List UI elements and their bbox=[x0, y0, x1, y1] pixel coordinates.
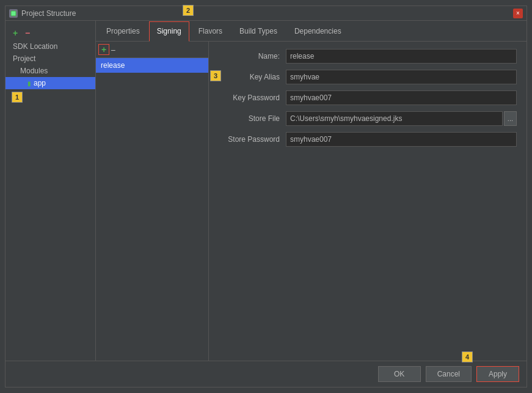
tab-build-types-label: Build Types bbox=[239, 27, 277, 35]
footer: OK Cancel Apply bbox=[5, 361, 527, 387]
badge-3: 3 bbox=[210, 70, 221, 81]
project-structure-window: 1 2 3 4 Project Structure × + − SDK Loca… bbox=[5, 6, 527, 387]
store-file-row-inner: ... bbox=[286, 111, 517, 126]
remove-signing-button[interactable]: − bbox=[111, 46, 115, 54]
tab-properties-label: Properties bbox=[106, 27, 140, 35]
titlebar: Project Structure × bbox=[5, 6, 527, 21]
tabs-bar: Properties Signing Flavors Build Types D… bbox=[96, 21, 527, 42]
main-content: + − SDK Location Project Modules ▮ app P bbox=[5, 21, 527, 361]
apply-button[interactable]: Apply bbox=[476, 366, 519, 382]
remove-sidebar-button[interactable]: − bbox=[23, 28, 32, 38]
tab-flavors[interactable]: Flavors bbox=[191, 21, 230, 41]
signing-list-toolbar: + − bbox=[96, 42, 208, 58]
store-password-row: Store Password bbox=[219, 132, 517, 147]
badge-4: 4 bbox=[462, 351, 473, 362]
sidebar-toolbar: + − bbox=[5, 26, 95, 40]
sidebar-item-sdk-location[interactable]: SDK Location bbox=[5, 40, 95, 53]
key-alias-input[interactable] bbox=[286, 70, 517, 84]
name-label: Name: bbox=[219, 52, 286, 61]
sdk-location-label: SDK Location bbox=[13, 42, 57, 51]
add-sidebar-button[interactable]: + bbox=[10, 28, 20, 38]
tab-properties[interactable]: Properties bbox=[98, 21, 148, 41]
svg-rect-0 bbox=[11, 11, 16, 16]
titlebar-left: Project Structure bbox=[9, 9, 76, 18]
name-row: Name: bbox=[219, 49, 517, 64]
module-icon: ▮ bbox=[27, 80, 31, 87]
right-panel: Properties Signing Flavors Build Types D… bbox=[96, 21, 527, 361]
badge-1: 1 bbox=[12, 92, 23, 103]
tab-build-types[interactable]: Build Types bbox=[231, 21, 285, 41]
sidebar-item-app[interactable]: ▮ app bbox=[5, 77, 95, 89]
name-input[interactable] bbox=[286, 49, 517, 64]
browse-button[interactable]: ... bbox=[504, 111, 517, 126]
cancel-button[interactable]: Cancel bbox=[426, 366, 472, 382]
app-label: app bbox=[34, 79, 46, 87]
tab-dependencies[interactable]: Dependencies bbox=[286, 21, 349, 41]
tab-flavors-label: Flavors bbox=[199, 27, 222, 35]
modules-label: Modules bbox=[20, 67, 48, 75]
tab-dependencies-label: Dependencies bbox=[294, 27, 341, 35]
store-file-input[interactable] bbox=[286, 111, 503, 126]
signing-item-label: release bbox=[101, 61, 125, 70]
tab-signing[interactable]: Signing bbox=[149, 21, 189, 42]
key-password-row: Key Password bbox=[219, 90, 517, 105]
project-label: Project bbox=[13, 54, 35, 63]
store-password-input[interactable] bbox=[286, 132, 517, 147]
store-file-label: Store File bbox=[219, 114, 286, 123]
key-password-input[interactable] bbox=[286, 90, 517, 105]
sidebar: + − SDK Location Project Modules ▮ app bbox=[5, 21, 96, 361]
badge-2: 2 bbox=[183, 5, 194, 16]
key-alias-row: Key Alias bbox=[219, 70, 517, 84]
panel-body: + − release Name: Key A bbox=[96, 42, 527, 361]
tab-signing-label: Signing bbox=[157, 27, 181, 35]
app-icon bbox=[9, 9, 18, 18]
sidebar-item-modules[interactable]: Modules bbox=[5, 65, 95, 77]
signing-details: Name: Key Alias Key Password bbox=[209, 42, 527, 361]
window-title: Project Structure bbox=[21, 9, 76, 18]
store-password-label: Store Password bbox=[219, 135, 286, 144]
store-file-row: Store File ... bbox=[219, 111, 517, 126]
signing-list-item-release[interactable]: release bbox=[96, 58, 208, 73]
key-password-label: Key Password bbox=[219, 94, 286, 102]
signing-list: + − release bbox=[96, 42, 209, 361]
ok-button[interactable]: OK bbox=[378, 366, 421, 382]
add-signing-button[interactable]: + bbox=[98, 44, 109, 55]
close-button[interactable]: × bbox=[513, 9, 523, 18]
sidebar-item-project[interactable]: Project bbox=[5, 53, 95, 65]
key-alias-label: Key Alias bbox=[219, 73, 286, 81]
